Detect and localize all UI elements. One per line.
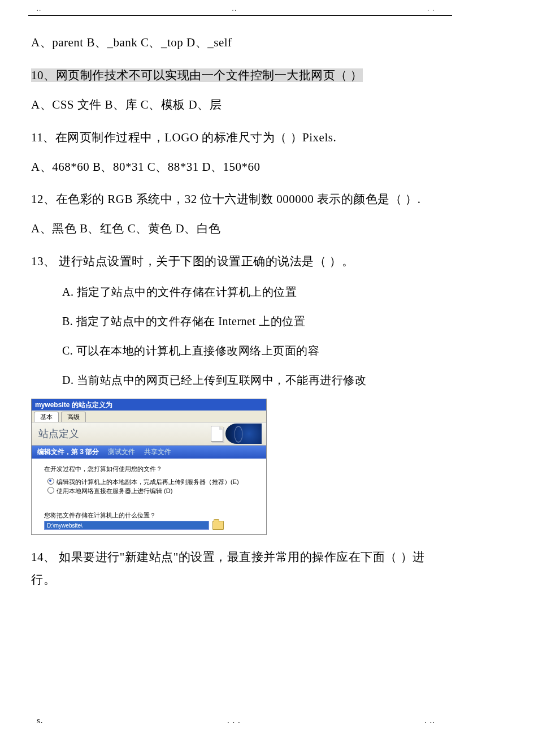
page: .. .. . . A、parent B、_bank C、_top D、_sel… — [0, 0, 472, 756]
site-definition-dialog: mywebsite 的站点定义为 基本 高级 站点定义 编辑文件，第 3 部分 … — [31, 399, 267, 535]
dialog-header-label: 站点定义 — [38, 427, 79, 440]
dialog-question-1: 在开发过程中，您打算如何使用您的文件？ — [44, 464, 258, 474]
top-rule — [28, 15, 452, 16]
q10-options: A、CSS 文件 B、库 C、模板 D、层 — [31, 94, 441, 116]
footer-left: s. — [37, 716, 44, 725]
footer-right: . .. — [424, 716, 435, 725]
q13-A: A. 指定了站点中的文件存储在计算机上的位置 — [62, 281, 441, 303]
q10: 10、网页制作技术不可以实现由一个文件控制一大批网页（ ） — [31, 64, 441, 87]
q13-C: C. 可以在本地的计算机上直接修改网络上页面的容 — [62, 340, 441, 361]
q11-options: A、468*60 B、80*31 C、88*31 D、150*60 — [31, 156, 441, 179]
tab-basic[interactable]: 基本 — [34, 412, 59, 422]
q10-text: 10、网页制作技术不可以实现由一个文件控制一大批网页（ ） — [31, 68, 363, 82]
dot: .. — [37, 6, 42, 12]
subhead-test-files[interactable]: 测试文件 — [108, 447, 135, 457]
subhead-main: 编辑文件，第 3 部分 — [37, 447, 99, 457]
q13-D: D. 当前站点中的网页已经上传到互联网中，不能再进行修改 — [62, 369, 441, 391]
dialog-question-2: 您将把文件存储在计算机上的什么位置？ — [44, 511, 258, 520]
footer-mid: . . . — [227, 716, 241, 725]
q9-options: A、parent B、_bank C、_top D、_self — [31, 32, 441, 54]
dialog-body: 在开发过程中，您打算如何使用您的文件？ 编辑我的计算机上的本地副本，完成后再上传… — [32, 459, 266, 534]
q13: 13、 进行站点设置时，关于下图的设置正确的说法是（ ）。 — [31, 250, 441, 273]
folder-browse-icon[interactable] — [212, 521, 224, 530]
radio-icon[interactable] — [47, 487, 54, 494]
q11: 11、在网页制作过程中，LOGO 的标准尺寸为（ ）Pixels. — [31, 127, 441, 149]
page-footer: s. . . . . .. — [31, 716, 441, 725]
dialog-title-bar: mywebsite 的站点定义为 — [32, 399, 266, 411]
radio-label-2: 使用本地网络直接在服务器上进行编辑 (D) — [57, 486, 172, 496]
subhead-share-files[interactable]: 共享文件 — [144, 447, 171, 457]
dialog-header: 站点定义 — [32, 422, 266, 446]
path-row: D:\mywebsite\ — [44, 521, 258, 530]
path-input[interactable]: D:\mywebsite\ — [44, 521, 209, 530]
globe-icon — [225, 424, 262, 444]
radio-option-1[interactable]: 编辑我的计算机上的本地副本，完成后再上传到服务器（推荐）(E) — [47, 477, 258, 487]
q12: 12、在色彩的 RGB 系统中，32 位十六进制数 000000 表示的颜色是（… — [31, 188, 441, 211]
radio-option-2[interactable]: 使用本地网络直接在服务器上进行编辑 (D) — [47, 486, 258, 496]
tab-advanced[interactable]: 高级 — [61, 412, 86, 422]
dialog-header-icons — [211, 424, 262, 444]
q12-options: A、黑色 B、红色 C、黄色 D、白色 — [31, 218, 441, 240]
page-icon — [211, 426, 223, 442]
dot: .. — [232, 6, 237, 12]
dialog-tabs: 基本 高级 — [32, 411, 266, 422]
q13-B: B. 指定了站点中的文件存储在 Internet 上的位置 — [62, 310, 441, 332]
header-dots: .. .. . . — [31, 6, 441, 12]
dialog-subhead: 编辑文件，第 3 部分 测试文件 共享文件 — [32, 446, 266, 459]
q14: 14、 如果要进行"新建站点"的设置，最直接并常用的操作应在下面（ ）进行。 — [31, 546, 441, 591]
dot: . . — [428, 6, 436, 12]
radio-icon[interactable] — [47, 478, 54, 485]
radio-label-1: 编辑我的计算机上的本地副本，完成后再上传到服务器（推荐）(E) — [57, 477, 239, 487]
